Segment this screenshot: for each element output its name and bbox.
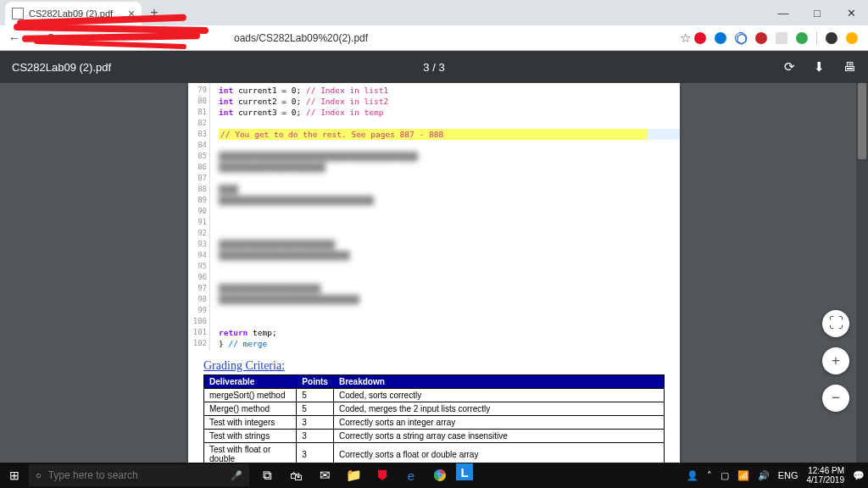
col-breakdown: Breakdown — [333, 375, 664, 389]
system-tray: 👤 ˄ ▢ 📶 🔊 ENG 12:46 PM 4/17/2019 💬 — [687, 466, 868, 485]
bookmark-star-icon[interactable]: ☆ — [676, 30, 694, 46]
close-tab-icon[interactable]: × — [128, 7, 135, 20]
search-input[interactable] — [48, 469, 231, 481]
table-row: mergeSort() method5Coded, sorts correctl… — [204, 389, 665, 402]
tray-wifi-icon[interactable]: 📶 — [737, 470, 749, 481]
extension-icon[interactable] — [715, 32, 726, 44]
grading-section: Grading Criteria: Deliverable Points Bre… — [188, 351, 680, 463]
extension-icon[interactable] — [796, 32, 808, 44]
url-field[interactable]: xxxxxxxxxxxxxxxxxxxxxxxxxxxxxxxxxoads/CS… — [61, 32, 676, 44]
zoom-controls: ⛶ + − — [822, 310, 849, 412]
line-gutter: 7980818283848586878889909192939495969798… — [188, 83, 210, 351]
tray-people-icon[interactable]: 👤 — [687, 470, 698, 481]
pdf-page: 7980818283848586878889909192939495969798… — [188, 83, 680, 463]
file-icon — [12, 8, 24, 19]
address-bar: ← → ⟳ xxxxxxxxxxxxxxxxxxxxxxxxxxxxxxxxxo… — [0, 25, 868, 51]
extension-icon[interactable] — [735, 32, 747, 44]
minimize-button[interactable]: — — [766, 0, 800, 25]
keyword: int — [219, 86, 233, 95]
extension-icon[interactable] — [776, 32, 787, 44]
windows-taskbar: ⊞ ○ 🎤 ⧉ 🛍 ✉ 📁 ⛊ e L 👤 ˄ ▢ 📶 🔊 ENG 12:46 … — [0, 463, 868, 488]
tray-volume-icon[interactable]: 🔊 — [758, 470, 770, 481]
taskbar-search[interactable]: ○ 🎤 — [29, 464, 249, 486]
window-controls: — □ ✕ — [766, 0, 868, 25]
blurred-code: ███████ ███████████ ██████ █████████ ███… — [219, 140, 680, 316]
extension-icons — [694, 31, 863, 45]
profile-avatar[interactable] — [826, 32, 837, 44]
tray-battery-icon[interactable]: ▢ — [721, 470, 729, 481]
zoom-in-button[interactable]: + — [822, 347, 849, 374]
highlighted-comment: // You get to do the rest. See pages 887… — [219, 129, 647, 140]
page-indicator[interactable]: 3 / 3 — [423, 61, 444, 74]
pdf-toolbar: CS282Lab09 (2).pdf 3 / 3 ⟳ ⬇ 🖶 — [0, 51, 868, 83]
extension-icon[interactable] — [694, 32, 706, 44]
back-button[interactable]: ← — [5, 30, 24, 45]
browser-tab[interactable]: CS282Lab09 (2).pdf × — [5, 2, 142, 25]
chrome-icon[interactable] — [427, 463, 453, 487]
mail-icon[interactable]: ✉ — [312, 463, 337, 487]
reload-button[interactable]: ⟳ — [42, 30, 61, 46]
svg-point-4 — [438, 474, 442, 477]
tray-chevron-icon[interactable]: ˄ — [707, 470, 712, 481]
comment: // Index in list1 — [306, 86, 388, 95]
store-icon[interactable]: 🛍 — [283, 463, 309, 487]
table-row: Test with strings3Correctly sorts a stri… — [204, 430, 665, 443]
task-view-icon[interactable]: ⧉ — [254, 463, 280, 487]
extension-icon[interactable] — [755, 32, 767, 44]
forward-button[interactable]: → — [24, 30, 42, 45]
separator — [816, 31, 817, 45]
edge-icon[interactable]: e — [398, 463, 424, 487]
notifications-icon[interactable]: 💬 — [853, 470, 865, 481]
print-button[interactable]: 🖶 — [843, 59, 856, 75]
taskbar-pinned: ⧉ 🛍 ✉ 📁 ⛊ e L — [254, 463, 473, 487]
code-content: int current1 = 0; // Index in list1 int … — [210, 83, 680, 351]
tab-title: CS282Lab09 (2).pdf — [29, 8, 113, 19]
mic-icon[interactable]: 🎤 — [231, 470, 242, 481]
mcafee-icon[interactable]: ⛊ — [370, 463, 395, 487]
taskbar-clock[interactable]: 12:46 PM 4/17/2019 — [807, 466, 845, 485]
download-button[interactable]: ⬇ — [814, 59, 825, 75]
scroll-thumb[interactable] — [858, 83, 866, 159]
start-button[interactable]: ⊞ — [0, 469, 29, 482]
tray-lang[interactable]: ENG — [778, 470, 798, 480]
col-points: Points — [297, 375, 334, 389]
table-row: Merge() method5Coded, merges the 2 input… — [204, 402, 665, 416]
table-row: Test with float or double3Correctly sort… — [204, 443, 665, 463]
col-deliverable: Deliverable — [204, 375, 297, 389]
pdf-viewport[interactable]: 7980818283848586878889909192939495969798… — [0, 83, 868, 463]
app-icon[interactable]: L — [456, 463, 473, 480]
search-icon: ○ — [36, 470, 42, 480]
rotate-button[interactable]: ⟳ — [784, 59, 795, 75]
zoom-out-button[interactable]: − — [822, 385, 849, 412]
file-explorer-icon[interactable]: 📁 — [341, 463, 366, 487]
maximize-button[interactable]: □ — [800, 0, 834, 25]
close-window-button[interactable]: ✕ — [834, 0, 868, 25]
code-block: 7980818283848586878889909192939495969798… — [188, 83, 680, 351]
new-tab-button[interactable]: + — [150, 5, 158, 20]
pdf-filename: CS282Lab09 (2).pdf — [12, 61, 111, 74]
vertical-scrollbar[interactable] — [856, 83, 868, 463]
extension-icon[interactable] — [846, 32, 858, 44]
grading-heading: Grading Criteria: — [203, 359, 665, 373]
fit-page-button[interactable]: ⛶ — [822, 310, 849, 337]
url-text: oads/CS282Lab09%20(2).pdf — [234, 32, 368, 44]
table-row: Test with integers3Correctly sorts an in… — [204, 416, 665, 430]
grading-table: Deliverable Points Breakdown mergeSort()… — [203, 374, 665, 463]
browser-titlebar: CS282Lab09 (2).pdf × + — □ ✕ — [0, 0, 868, 25]
